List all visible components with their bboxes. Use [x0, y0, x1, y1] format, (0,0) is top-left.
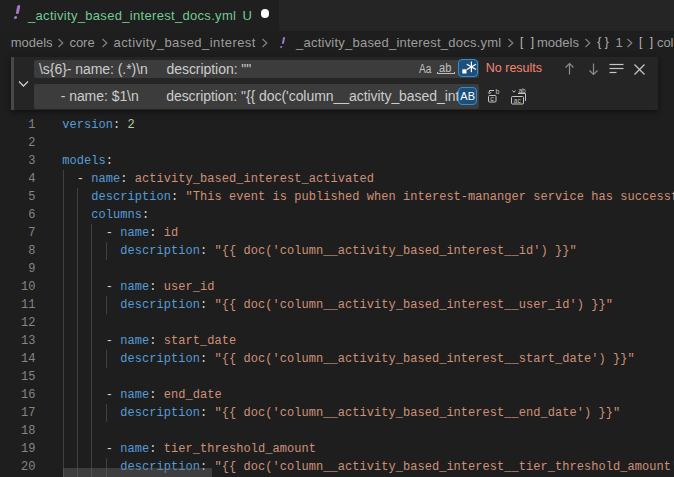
svg-text:ab: ab: [519, 88, 527, 94]
svg-text:c: c: [490, 95, 494, 102]
svg-text:ac: ac: [514, 97, 522, 104]
svg-text:b: b: [496, 89, 500, 95]
